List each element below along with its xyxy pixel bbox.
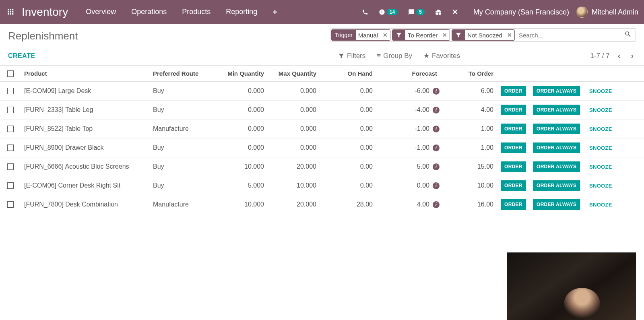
row-checkbox[interactable] [7,201,14,208]
snooze-button[interactable]: SNOOZE [589,126,612,132]
order-always-button[interactable]: ORDER ALWAYS [533,105,580,115]
select-all-checkbox[interactable] [7,70,14,77]
snooze-button[interactable]: SNOOZE [589,183,612,189]
app-brand[interactable]: Inventory [18,6,80,19]
cell-toorder[interactable]: 1.00 [443,144,499,151]
cell-forecast[interactable]: -1.00i [378,144,443,151]
col-onhand[interactable]: On Hand [322,70,378,77]
cell-forecast[interactable]: -6.00i [378,87,443,95]
order-always-button[interactable]: ORDER ALWAYS [533,161,580,172]
info-icon[interactable]: i [433,182,440,189]
table-row[interactable]: [FURN_8522] Table TopManufacture0.0000.0… [0,120,644,138]
cell-product[interactable]: [FURN_6666] Acoustic Bloc Screens [24,163,153,170]
snooze-button[interactable]: SNOOZE [589,145,612,151]
snooze-button[interactable]: SNOOZE [589,202,612,208]
pager-value[interactable]: 1-7 / 7 [590,52,609,60]
apps-launcher-icon[interactable] [6,8,18,17]
table-row[interactable]: [FURN_8900] Drawer BlackBuy0.0000.0000.0… [0,138,644,157]
cell-toorder[interactable]: 4.00 [443,106,499,114]
cell-min[interactable]: 0.000 [217,106,270,114]
row-checkbox[interactable] [7,88,14,94]
info-icon[interactable]: i [433,201,440,208]
cell-min[interactable]: 0.000 [217,87,270,95]
cell-toorder[interactable]: 16.00 [443,201,499,208]
order-always-button[interactable]: ORDER ALWAYS [533,199,580,210]
order-button[interactable]: ORDER [501,86,526,96]
order-button[interactable]: ORDER [501,199,526,210]
facet-trigger-remove[interactable]: ✕ [380,32,390,38]
nav-overview[interactable]: Overview [80,5,122,19]
nav-reporting[interactable]: Reporting [220,5,263,19]
cell-route[interactable]: Buy [153,182,217,189]
col-route[interactable]: Preferred Route [153,70,217,77]
phone-icon[interactable] [362,9,368,15]
col-max[interactable]: Max Quantity [270,70,322,77]
table-row[interactable]: [E-COM09] Large DeskBuy0.0000.0000.00-6.… [0,82,644,101]
company-selector[interactable]: My Company (San Francisco) [466,8,576,17]
cell-product[interactable]: [FURN_2333] Table Leg [24,106,153,114]
table-row[interactable]: [FURN_2333] Table LegBuy0.0000.0000.00-4… [0,101,644,120]
cell-product[interactable]: [FURN_8522] Table Top [24,125,153,132]
groupby-button[interactable]: ≡Group By [377,52,412,60]
search-bar[interactable]: Trigger Manual ✕ To Reorder ✕ Not Snooze… [330,28,636,42]
cell-onhand[interactable]: 28.00 [322,201,378,208]
cell-toorder[interactable]: 15.00 [443,163,499,170]
order-always-button[interactable]: ORDER ALWAYS [533,142,580,153]
facet-not-snoozed-remove[interactable]: ✕ [505,32,514,38]
cell-max[interactable]: 20.000 [270,163,322,170]
cell-max[interactable]: 0.000 [270,106,322,114]
info-icon[interactable]: i [433,126,440,132]
search-icon[interactable] [620,31,636,40]
col-min[interactable]: Min Quantity [217,70,270,77]
activities-icon[interactable]: 14 [379,9,398,15]
cell-route[interactable]: Manufacture [153,125,217,132]
row-checkbox[interactable] [7,182,14,189]
cell-route[interactable]: Buy [153,87,217,95]
cell-product[interactable]: [FURN_8900] Drawer Black [24,144,153,151]
row-checkbox[interactable] [7,126,14,132]
gift-icon[interactable] [435,9,442,15]
cell-max[interactable]: 0.000 [270,125,322,132]
pager-next[interactable]: › [628,51,636,60]
cell-max[interactable]: 0.000 [270,87,322,95]
cell-product[interactable]: [E-COM09] Large Desk [24,87,153,95]
pager-prev[interactable]: ‹ [615,51,623,60]
search-input[interactable] [516,32,620,39]
info-icon[interactable]: i [433,88,440,95]
messages-icon[interactable]: 5 [408,9,425,15]
cell-onhand[interactable]: 0.00 [322,163,378,170]
cell-route[interactable]: Buy [153,106,217,114]
cell-min[interactable]: 10.000 [217,201,270,208]
row-checkbox[interactable] [7,145,14,151]
order-button[interactable]: ORDER [501,180,526,191]
cell-forecast[interactable]: -1.00i [378,125,443,132]
cell-max[interactable]: 10.000 [270,182,322,189]
cell-onhand[interactable]: 0.00 [322,125,378,132]
order-button[interactable]: ORDER [501,105,526,115]
cell-product[interactable]: [FURN_7800] Desk Combination [24,201,153,208]
cell-route[interactable]: Buy [153,163,217,170]
cell-forecast[interactable]: 0.00i [378,182,443,189]
cell-forecast[interactable]: -4.00i [378,106,443,114]
info-icon[interactable]: i [433,107,440,114]
cell-route[interactable]: Buy [153,144,217,151]
facet-to-reorder-remove[interactable]: ✕ [440,32,450,38]
cell-toorder[interactable]: 6.00 [443,87,499,95]
snooze-button[interactable]: SNOOZE [589,88,612,94]
cell-max[interactable]: 0.000 [270,144,322,151]
order-button[interactable]: ORDER [501,124,526,134]
info-icon[interactable]: i [433,163,440,170]
row-checkbox[interactable] [7,107,14,113]
cell-toorder[interactable]: 10.00 [443,182,499,189]
nav-operations[interactable]: Operations [126,5,172,19]
cell-min[interactable]: 0.000 [217,144,270,151]
cell-forecast[interactable]: 5.00i [378,163,443,170]
close-icon[interactable]: ✕ [452,8,458,17]
order-button[interactable]: ORDER [501,161,526,172]
cell-forecast[interactable]: 4.00i [378,201,443,208]
table-row[interactable]: [FURN_7800] Desk CombinationManufacture1… [0,195,644,214]
cell-onhand[interactable]: 0.00 [322,144,378,151]
order-always-button[interactable]: ORDER ALWAYS [533,86,580,96]
create-button[interactable]: CREATE [8,52,35,60]
col-toorder[interactable]: To Order [443,70,499,77]
